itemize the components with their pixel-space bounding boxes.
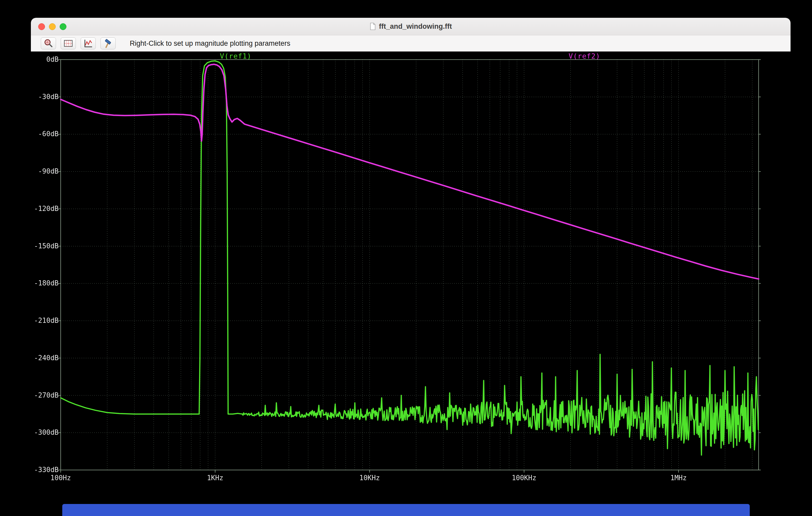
x-tick-label: 100KHz [503,474,545,482]
y-tick-label: -90dB [31,167,59,175]
plot-canvas[interactable] [31,52,790,500]
y-tick-label: -180dB [31,279,59,287]
x-tick-label: 1KHz [194,474,236,482]
plot-settings-button[interactable] [61,37,76,50]
x-tick-label: 1MHz [658,474,699,482]
y-tick-label: -120dB [31,205,59,213]
x-tick-label: 10KHz [349,474,390,482]
x-tick-label: 100Hz [40,474,82,482]
document-icon [370,23,376,30]
plot-region: V(ref1) V(ref2) 0dB-30dB-60dB-90dB-120dB… [31,52,790,500]
autorange-icon [83,38,93,49]
desktop-accent-strip [62,504,750,516]
y-tick-label: 0dB [31,55,59,63]
y-tick-label: -210dB [31,316,59,324]
y-tick-label: -330dB [31,466,59,474]
y-tick-label: -240dB [31,354,59,362]
autorange-button[interactable] [81,37,96,50]
window-title: fft_and_windowing.fft [379,23,452,31]
titlebar[interactable]: fft_and_windowing.fft [31,18,790,35]
y-tick-label: -300dB [31,428,59,436]
trace-label-vref1[interactable]: V(ref1) [220,52,252,60]
traffic-lights [38,23,66,30]
hammer-icon [103,38,113,49]
y-tick-label: -30dB [31,93,59,101]
y-tick-label: -150dB [31,242,59,250]
window-title-group: fft_and_windowing.fft [370,23,452,31]
app-window: fft_and_windowing.fft [31,18,790,500]
traffic-minimize-button[interactable] [49,23,56,30]
y-tick-label: -270dB [31,391,59,399]
y-tick-label: -60dB [31,130,59,138]
control-panel-button[interactable] [100,37,116,50]
traffic-close-button[interactable] [38,23,45,30]
status-text: Right-Click to set up magnitude plotting… [130,39,290,48]
trace-label-vref2[interactable]: V(ref2) [569,52,600,60]
plot-pane-icon [63,38,74,49]
zoom-button[interactable] [41,37,56,50]
toolbar: Right-Click to set up magnitude plotting… [31,35,790,52]
magnifier-icon [43,38,54,49]
traffic-zoom-button[interactable] [60,23,66,30]
